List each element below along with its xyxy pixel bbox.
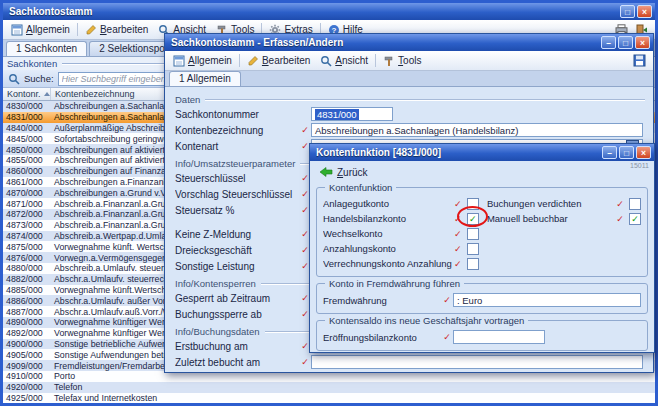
zuletzt-bebucht-am-field[interactable] xyxy=(311,355,643,369)
window-restore-button[interactable]: □ xyxy=(620,5,635,18)
checkbox-row: Handelsbilanzkonto✓✓ xyxy=(323,211,479,226)
required-check-icon: ✓ xyxy=(452,259,464,269)
account-number: 4909/000 xyxy=(3,361,51,371)
required-check-icon: ✓ xyxy=(441,332,453,342)
menu-item-label: Ansicht xyxy=(335,55,368,66)
required-check-icon: ✓ xyxy=(614,199,626,209)
kontenfunktion-dialog: Kontenfunktion [4831/000] – □ × 15011 Zu… xyxy=(309,143,655,353)
column-header-kontonr[interactable]: Kontonr. xyxy=(3,88,51,100)
field-row: Fremdwährung ✓ : Euro xyxy=(323,292,641,308)
required-check-icon: ✓ xyxy=(299,357,311,367)
manuell-bebuchbar-checkbox[interactable]: ✓ xyxy=(629,213,641,225)
tab-allgemein[interactable]: 1 Allgemein xyxy=(169,71,241,86)
account-number: 4875/000 xyxy=(3,242,51,252)
checkbox-label: Manuell bebuchbar xyxy=(487,213,614,224)
account-number: 4876/000 xyxy=(3,253,51,263)
account-number: 4872/000 xyxy=(3,209,51,219)
buchungen-verdichten-checkbox[interactable] xyxy=(629,198,641,210)
maximize-button[interactable]: □ xyxy=(618,36,633,49)
minimize-button[interactable]: – xyxy=(601,36,616,49)
account-number: 4920/000 xyxy=(3,382,51,392)
checkbox-row: Anzahlungskonto✓ xyxy=(323,241,479,256)
field-label: Zuletzt bebucht am xyxy=(175,357,299,368)
checkbox-row: Wechselkonto✓ xyxy=(323,226,479,241)
account-number: 4892/000 xyxy=(3,328,51,338)
menu-item-bearbeiten[interactable]: Bearbeiten xyxy=(242,51,315,70)
wechselkonto-checkbox[interactable] xyxy=(467,228,479,240)
checkbox-row: Buchungen verdichten✓ xyxy=(487,196,641,211)
column-header-kontenbezeichnung[interactable]: Kontenbezeichnung xyxy=(51,88,139,100)
group-title: Kontensaldo ins neue Geschäftsjahr vortr… xyxy=(325,315,528,326)
menu-separator xyxy=(77,23,78,36)
account-number: 4830/000 xyxy=(3,101,51,111)
account-number: 4874/000 xyxy=(3,231,51,241)
back-button[interactable]: Zurück xyxy=(316,163,390,181)
field-label: Steuerschlüssel xyxy=(175,173,299,184)
verrechnungskonto-anzahlung-checkbox[interactable] xyxy=(467,258,479,270)
required-check-icon: ✓ xyxy=(614,214,626,224)
fremdwaehrung-field[interactable]: : Euro xyxy=(453,293,641,307)
form-icon xyxy=(173,55,185,67)
kontenfunktion-group: Kontenfunktion Anlagegutkonto✓Handelsbil… xyxy=(316,187,648,277)
edit-window-title: Sachkontostamm - Erfassen/Ändern xyxy=(171,37,599,48)
tab-1-sachkonten[interactable]: 1 Sachkonten xyxy=(6,41,87,56)
table-row[interactable]: 4925/000Telefax und Internetkosten xyxy=(3,393,655,404)
magnifier-icon xyxy=(320,55,332,67)
menu-item-bearbeiten[interactable]: Bearbeiten xyxy=(80,20,153,39)
field-label: Vorschlag Steuerschlüssel xyxy=(175,189,299,200)
field-label: Keine Z-Meldung xyxy=(175,229,299,240)
back-label: Zurück xyxy=(337,167,368,178)
checkbox-row: Manuell bebuchbar✓✓ xyxy=(487,211,641,226)
main-titlebar: Sachkontostamm □ × xyxy=(3,3,655,20)
required-check-icon: ✓ xyxy=(452,229,464,239)
account-number: 4882/000 xyxy=(3,274,51,284)
required-check-icon: ✓ xyxy=(452,199,464,209)
account-number: 4873/000 xyxy=(3,220,51,230)
menu-item-label: Bearbeiten xyxy=(100,24,148,35)
field-label: Steuersatz % xyxy=(175,205,299,216)
column-label: Kontonr. xyxy=(7,89,41,99)
table-row[interactable]: 4920/000Telefon xyxy=(3,382,655,393)
edit-titlebar: Sachkontostamm - Erfassen/Ändern – □ × xyxy=(165,34,653,51)
handelsbilanzkonto-checkbox[interactable]: ✓ xyxy=(467,213,479,225)
close-button[interactable]: × xyxy=(636,146,651,159)
field-label: Kontenbezeichnung xyxy=(175,125,299,136)
anlagegutkonto-checkbox[interactable] xyxy=(467,198,479,210)
field-id-label: 15011 xyxy=(630,162,649,169)
field-row: Eröffnungsbilanzkonto ✓ xyxy=(323,329,641,345)
close-button[interactable]: × xyxy=(635,36,650,49)
account-number: 4885/000 xyxy=(3,285,51,295)
account-number: 4910/000 xyxy=(3,371,51,381)
menu-item-label: Tools xyxy=(398,55,421,66)
anzahlungskonto-checkbox[interactable] xyxy=(467,243,479,255)
required-check-icon: ✓ xyxy=(452,244,464,254)
field-label: Buchungssperre ab xyxy=(175,309,299,320)
menu-item-allgemein[interactable]: Allgemein xyxy=(6,20,75,39)
minimize-button[interactable]: – xyxy=(602,146,617,159)
menu-item-label: Allgemein xyxy=(26,24,70,35)
menu-separator xyxy=(375,54,376,67)
field-label: Kontenart xyxy=(175,141,299,152)
checkbox-label: Buchungen verdichten xyxy=(487,198,614,209)
group-title: Konto in Fremdwährung führen xyxy=(325,278,464,289)
menu-item-tools[interactable]: Tools xyxy=(378,51,426,70)
menu-item-allgemein[interactable]: Allgemein xyxy=(168,51,237,70)
eroeffnungsbilanzkonto-field[interactable] xyxy=(453,330,545,344)
field-label: Dreiecksgeschäft xyxy=(175,245,299,256)
field-label: Gesperrt ab Zeitraum xyxy=(175,293,299,304)
checkbox-label: Verrechnungskonto Anzahlung xyxy=(323,258,452,269)
close-button[interactable]: × xyxy=(637,5,652,18)
sachkontonummer-field[interactable]: 4831/000 xyxy=(311,107,393,121)
checkbox-row: Verrechnungskonto Anzahlung✓ xyxy=(323,256,479,271)
selected-text: 4831/000 xyxy=(315,109,359,120)
required-check-icon: ✓ xyxy=(441,295,453,305)
section-title: Daten xyxy=(175,94,200,105)
save-icon[interactable] xyxy=(629,51,650,70)
maximize-button[interactable]: □ xyxy=(619,146,634,159)
dialog-titlebar: Kontenfunktion [4831/000] – □ × xyxy=(310,144,654,161)
kontenbezeichnung-field[interactable]: Abschreibungen a.Sachanlagen (Handelsbil… xyxy=(311,123,643,137)
checkbox-label: Wechselkonto xyxy=(323,228,452,239)
account-number: 4845/000 xyxy=(3,134,51,144)
menu-item-ansicht[interactable]: Ansicht xyxy=(315,51,373,70)
menu-item-label: Allgemein xyxy=(188,55,232,66)
